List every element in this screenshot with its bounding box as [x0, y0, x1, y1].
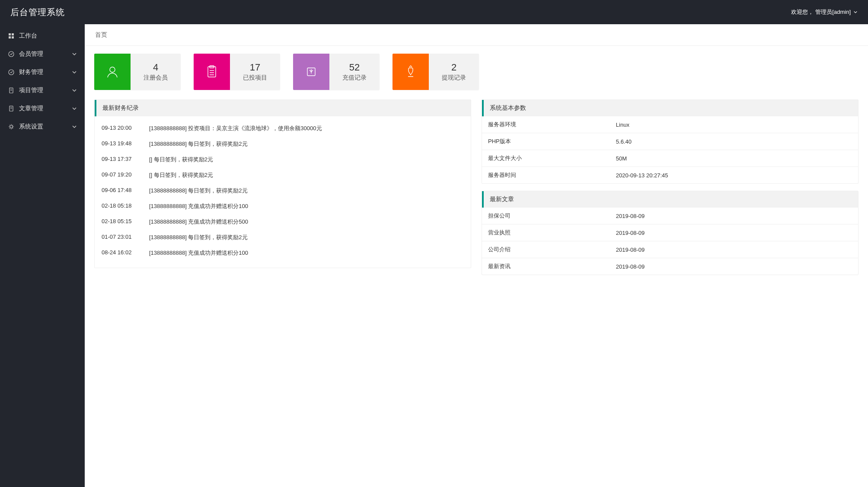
panel-title: 最新文章	[482, 191, 858, 208]
panel-title: 系统基本参数	[482, 100, 858, 116]
log-time: 09-13 19:48	[102, 140, 139, 148]
log-time: 02-18 05:18	[102, 202, 139, 210]
stat-card-withdrawals[interactable]: 2 提现记录	[393, 54, 479, 90]
stat-label: 提现记录	[442, 74, 466, 82]
panel-title: 最新财务纪录	[95, 100, 471, 116]
stat-card-deposits[interactable]: 52 充值记录	[293, 54, 380, 90]
log-message: [13888888888] 充值成功并赠送积分100	[149, 249, 464, 257]
sidebar-item-dashboard[interactable]: 工作台	[0, 27, 85, 45]
chevron-down-icon	[72, 106, 77, 111]
stat-number: 52	[349, 62, 360, 73]
log-time: 01-07 23:01	[102, 234, 139, 241]
main-area: 首页 4 注册会员	[85, 24, 868, 487]
finance-log-row: 09-13 20:00[13888888888] 投资项目：吴京主演《流浪地球》…	[102, 121, 464, 136]
article-row[interactable]: 营业执照2019-08-09	[482, 224, 858, 241]
breadcrumb-home[interactable]: 首页	[95, 31, 107, 39]
sysinfo-row: 最大文件大小50M	[482, 150, 858, 167]
sysinfo-row: PHP版本5.6.40	[482, 133, 858, 150]
sysinfo-row: 服务器环境Linux	[482, 116, 858, 133]
log-message: [13888888888] 每日签到，获得奖励2元	[149, 234, 464, 241]
stats-row: 4 注册会员 17 已投项目	[94, 54, 858, 90]
sidebar-item-projects[interactable]: 项目管理	[0, 81, 85, 99]
svg-rect-2	[9, 36, 11, 38]
stat-number: 4	[153, 62, 158, 73]
welcome-prefix: 欢迎您，	[791, 8, 814, 16]
chevron-down-icon	[72, 88, 77, 93]
sidebar-item-finance[interactable]: 财务管理	[0, 63, 85, 81]
log-message: [13888888888] 充值成功并赠送积分500	[149, 218, 464, 226]
chevron-down-icon	[72, 51, 77, 57]
sidebar-item-label: 会员管理	[19, 50, 43, 58]
svg-point-4	[9, 51, 14, 57]
articles-table: 担保公司2019-08-09营业执照2019-08-09公司介绍2019-08-…	[482, 208, 858, 275]
user-icon	[94, 54, 131, 90]
article-row[interactable]: 最新资讯2019-08-09	[482, 258, 858, 275]
log-time: 09-13 17:37	[102, 156, 139, 163]
app-logo: 后台管理系统	[10, 6, 65, 18]
log-time: 02-18 05:15	[102, 218, 139, 226]
log-time: 08-24 16:02	[102, 249, 139, 257]
deposit-icon	[293, 54, 329, 90]
panel-articles: 最新文章 担保公司2019-08-09营业执照2019-08-09公司介绍201…	[482, 191, 858, 275]
sidebar: 工作台 会员管理 财务管理	[0, 24, 85, 487]
sidebar-item-members[interactable]: 会员管理	[0, 45, 85, 63]
sysinfo-value: Linux	[610, 116, 858, 133]
welcome-user: 管理员[admin]	[815, 8, 851, 16]
log-message: [13888888888] 充值成功并赠送积分100	[149, 202, 464, 210]
stat-label: 充值记录	[342, 74, 367, 82]
sidebar-item-label: 项目管理	[19, 87, 43, 94]
sysinfo-key: 服务器时间	[482, 167, 610, 184]
log-time: 09-07 19:20	[102, 171, 139, 179]
sysinfo-table: 服务器环境LinuxPHP版本5.6.40最大文件大小50M服务器时间2020-…	[482, 116, 858, 183]
breadcrumb: 首页	[85, 24, 868, 46]
article-date: 2019-08-09	[610, 258, 858, 275]
sysinfo-key: PHP版本	[482, 133, 610, 150]
badge-icon	[8, 51, 15, 58]
article-row[interactable]: 担保公司2019-08-09	[482, 208, 858, 224]
article-date: 2019-08-09	[610, 241, 858, 258]
article-title: 最新资讯	[482, 258, 610, 275]
grid-icon	[8, 32, 15, 39]
stat-label: 注册会员	[144, 74, 168, 82]
sysinfo-row: 服务器时间2020-09-13 20:27:45	[482, 167, 858, 184]
badge-icon	[8, 69, 15, 76]
sidebar-item-settings[interactable]: 系统设置	[0, 118, 85, 136]
log-message: [13888888888] 每日签到，获得奖励2元	[149, 140, 464, 148]
article-title: 营业执照	[482, 224, 610, 241]
sysinfo-value: 5.6.40	[610, 133, 858, 150]
sidebar-item-label: 财务管理	[19, 68, 43, 76]
article-title: 担保公司	[482, 208, 610, 224]
withdraw-icon	[393, 54, 429, 90]
log-message: [] 每日签到，获得奖励2元	[149, 156, 464, 163]
article-date: 2019-08-09	[610, 224, 858, 241]
stat-card-projects[interactable]: 17 已投项目	[194, 54, 280, 90]
log-time: 09-13 20:00	[102, 125, 139, 132]
user-menu[interactable]: 欢迎您， 管理员[admin]	[791, 8, 858, 16]
stat-number: 17	[250, 62, 260, 73]
sysinfo-key: 服务器环境	[482, 116, 610, 133]
finance-log-row: 09-13 19:48[13888888888] 每日签到，获得奖励2元	[102, 136, 464, 152]
svg-point-12	[10, 125, 13, 128]
article-title: 公司介绍	[482, 241, 610, 258]
finance-log-list: 09-13 20:00[13888888888] 投资项目：吴京主演《流浪地球》…	[102, 121, 464, 261]
log-message: [13888888888] 每日签到，获得奖励2元	[149, 187, 464, 195]
chevron-down-icon	[852, 10, 858, 15]
stat-card-members[interactable]: 4 注册会员	[94, 54, 181, 90]
panel-sysinfo: 系统基本参数 服务器环境LinuxPHP版本5.6.40最大文件大小50M服务器…	[482, 99, 858, 184]
log-message: [] 每日签到，获得奖励2元	[149, 171, 464, 179]
sysinfo-value: 50M	[610, 150, 858, 167]
top-header: 后台管理系统 欢迎您， 管理员[admin]	[0, 0, 868, 24]
panel-finance-log: 最新财务纪录 09-13 20:00[13888888888] 投资项目：吴京主…	[94, 99, 471, 268]
gear-icon	[8, 123, 15, 130]
finance-log-row: 08-24 16:02[13888888888] 充值成功并赠送积分100	[102, 245, 464, 261]
sidebar-item-label: 工作台	[19, 32, 37, 40]
chevron-down-icon	[72, 124, 77, 129]
article-row[interactable]: 公司介绍2019-08-09	[482, 241, 858, 258]
sidebar-item-label: 文章管理	[19, 105, 43, 112]
svg-rect-1	[12, 33, 14, 35]
chevron-down-icon	[72, 70, 77, 75]
svg-point-5	[9, 70, 14, 75]
finance-log-row: 02-18 05:15[13888888888] 充值成功并赠送积分500	[102, 214, 464, 230]
log-time: 09-06 17:48	[102, 187, 139, 195]
sidebar-item-articles[interactable]: 文章管理	[0, 99, 85, 118]
